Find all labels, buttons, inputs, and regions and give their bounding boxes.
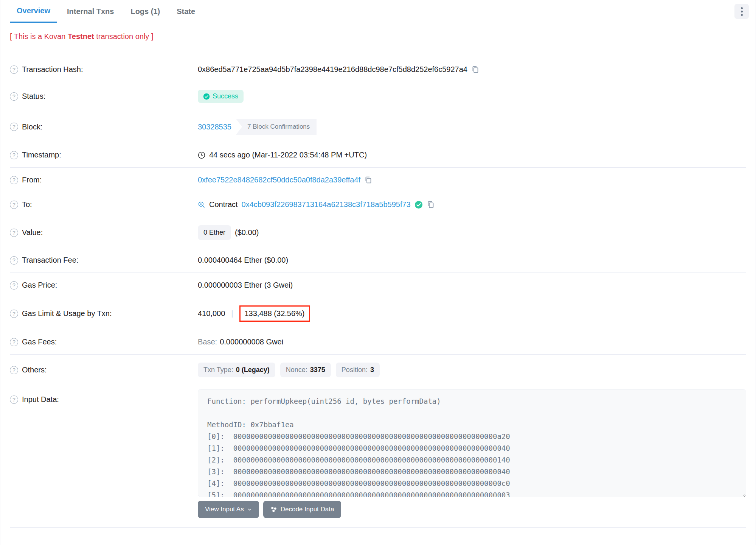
help-icon: ? — [10, 338, 18, 346]
help-icon: ? — [10, 310, 18, 318]
gas-usage-highlight-box: 133,488 (32.56%) — [239, 305, 310, 322]
value-amount: 0 Ether — [203, 229, 225, 237]
chevron-down-icon — [247, 507, 252, 512]
gas-price-value: 0.000000003 Ether (3 Gwei) — [198, 281, 293, 290]
view-input-as-label: View Input As — [205, 506, 244, 513]
txn-type-value: 0 (Legacy) — [236, 366, 270, 374]
transaction-hash-row: ? Transaction Hash: 0x86ed5a771e725aa94d… — [10, 57, 746, 82]
input-data-row: ? Input Data: Function: performUpkeep(ui… — [10, 385, 746, 518]
help-icon: ? — [10, 92, 18, 101]
to-contract-word: Contract — [209, 200, 238, 209]
verified-check-icon — [414, 201, 423, 209]
testnet-notice: [ This is a Kovan Testnet transaction on… — [0, 32, 756, 41]
transaction-hash-value: 0x86ed5a771e725aa94d5b7fa2398e4419e216d8… — [198, 65, 467, 74]
status-badge: Success — [198, 90, 244, 103]
help-icon: ? — [10, 256, 18, 265]
gas-fees-base-value: 0.000000008 Gwei — [220, 338, 283, 346]
position-value: 3 — [370, 366, 374, 374]
nonce-value: 3375 — [310, 366, 325, 374]
kebab-icon — [741, 11, 743, 12]
value-row: ? Value: 0 Ether ($0.00) — [10, 217, 746, 248]
gas-price-label: Gas Price: — [22, 281, 57, 290]
help-icon: ? — [10, 396, 18, 404]
tab-overview[interactable]: Overview — [10, 0, 57, 23]
to-address-link[interactable]: 0x4cb093f226983713164a62138c3f718a5b595f… — [242, 200, 411, 209]
transaction-hash-label: Transaction Hash: — [22, 65, 83, 74]
help-icon: ? — [10, 201, 18, 209]
value-label: Value: — [22, 228, 43, 237]
help-icon: ? — [10, 366, 18, 374]
kebab-icon — [741, 14, 743, 16]
transaction-fee-label: Transaction Fee: — [22, 256, 78, 265]
block-label: Block: — [22, 123, 42, 131]
gas-limit-usage-row: ? Gas Limit & Usage by Txn: 410,000 | 13… — [10, 297, 746, 330]
help-icon: ? — [10, 281, 18, 290]
more-options-button[interactable] — [734, 4, 749, 19]
transaction-fee-value: 0.000400464 Ether ($0.00) — [198, 256, 288, 265]
decode-input-data-button[interactable]: Decode Input Data — [263, 501, 342, 518]
gas-usage-value: 133,488 (32.56%) — [245, 309, 305, 318]
tab-internal-txns[interactable]: Internal Txns — [60, 0, 121, 23]
from-row: ? From: 0xfee7522e8482682cf50ddc50a0f8da… — [10, 168, 746, 192]
gas-limit-value: 410,000 — [198, 309, 225, 318]
tab-logs[interactable]: Logs (1) — [124, 0, 167, 23]
help-icon: ? — [10, 229, 18, 237]
help-icon: ? — [10, 176, 18, 184]
to-label: To: — [22, 200, 32, 209]
view-input-as-button[interactable]: View Input As — [198, 501, 259, 518]
block-number-link[interactable]: 30328535 — [198, 123, 231, 131]
zoom-in-icon[interactable] — [198, 201, 205, 209]
kebab-icon — [741, 7, 743, 9]
clock-icon — [198, 151, 205, 159]
value-amount-badge: 0 Ether — [198, 225, 231, 240]
block-confirmations-badge: 7 Block Confirmations — [236, 119, 317, 135]
timestamp-label: Timestamp: — [22, 151, 61, 159]
from-address-link[interactable]: 0xfee7522e8482682cf50ddc50a0f8da2a39effa… — [198, 176, 360, 184]
position-badge: Position: 3 — [336, 363, 380, 377]
timestamp-row: ? Timestamp: 44 secs ago (Mar-11-2022 03… — [10, 143, 746, 167]
txn-type-label: Txn Type: — [203, 366, 233, 374]
gas-price-row: ? Gas Price: 0.000000003 Ether (3 Gwei) — [10, 273, 746, 297]
status-row: ? Status: Success — [10, 82, 746, 111]
others-row: ? Others: Txn Type: 0 (Legacy) Nonce: 33… — [10, 355, 746, 385]
gas-fees-row: ? Gas Fees: Base: 0.000000008 Gwei — [10, 330, 746, 354]
copy-icon[interactable] — [427, 201, 435, 209]
nonce-label: Nonce: — [286, 366, 307, 374]
help-icon: ? — [10, 123, 18, 131]
block-row: ? Block: 30328535 7 Block Confirmations — [10, 111, 746, 143]
input-data-label: Input Data: — [22, 395, 59, 404]
check-circle-icon — [203, 93, 210, 100]
gas-fees-base-label: Base: — [198, 338, 217, 346]
others-label: Others: — [22, 366, 47, 374]
tab-bar: Overview Internal Txns Logs (1) State — [0, 0, 756, 23]
copy-icon[interactable] — [364, 176, 372, 184]
transaction-fee-row: ? Transaction Fee: 0.000400464 Ether ($0… — [10, 248, 746, 272]
help-icon: ? — [10, 65, 18, 74]
gas-limit-separator: | — [231, 309, 233, 318]
testnet-notice-suffix: transaction only ] — [94, 32, 154, 40]
txn-type-badge: Txn Type: 0 (Legacy) — [198, 363, 275, 377]
testnet-notice-bold: Testnet — [68, 32, 94, 40]
status-text: Success — [213, 92, 238, 100]
decode-input-data-label: Decode Input Data — [281, 506, 334, 513]
nonce-badge: Nonce: 3375 — [280, 363, 331, 377]
input-data-textarea[interactable]: Function: performUpkeep(uint256 id, byte… — [198, 389, 746, 497]
status-label: Status: — [22, 92, 45, 101]
testnet-notice-prefix: [ This is a Kovan — [10, 32, 68, 40]
divider — [10, 527, 746, 528]
help-icon: ? — [10, 151, 18, 159]
timestamp-value: 44 secs ago (Mar-11-2022 03:54:48 PM +UT… — [209, 151, 367, 159]
gas-fees-label: Gas Fees: — [22, 338, 57, 346]
from-label: From: — [22, 176, 42, 184]
value-usd: ($0.00) — [235, 228, 259, 237]
position-label: Position: — [342, 366, 368, 374]
decode-icon — [270, 506, 277, 513]
to-row: ? To: Contract 0x4cb093f226983713164a621… — [10, 192, 746, 217]
copy-icon[interactable] — [471, 65, 479, 73]
gas-limit-usage-label: Gas Limit & Usage by Txn: — [22, 309, 112, 318]
tab-state[interactable]: State — [170, 0, 202, 23]
